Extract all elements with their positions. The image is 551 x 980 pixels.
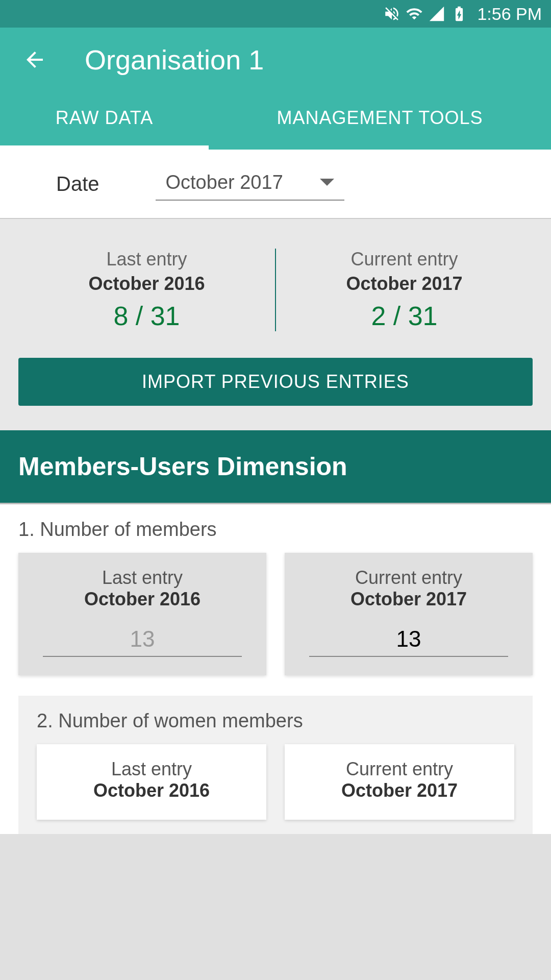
q1-current-label: Current entry xyxy=(355,567,462,589)
section-header: Members-Users Dimension xyxy=(0,430,551,504)
wifi-icon xyxy=(406,5,423,22)
page-title: Organisation 1 xyxy=(85,44,264,76)
back-arrow-icon[interactable] xyxy=(22,47,47,72)
q2-current-date: October 2017 xyxy=(341,780,458,801)
import-previous-button[interactable]: IMPORT PREVIOUS ENTRIES xyxy=(18,358,533,406)
current-entry-count: 2 / 31 xyxy=(371,301,437,331)
current-entry-date: October 2017 xyxy=(346,273,462,295)
question-1-cards: Last entry October 2016 13 Current entry… xyxy=(18,553,533,675)
tabs: RAW DATA MANAGEMENT TOOLS xyxy=(0,91,551,150)
last-entry-label: Last entry xyxy=(106,249,187,270)
date-value: October 2017 xyxy=(166,172,283,193)
current-entry-col: Current entry October 2017 2 / 31 xyxy=(276,249,533,331)
question-1: 1. Number of members Last entry October … xyxy=(0,504,551,834)
entry-summary: Last entry October 2016 8 / 31 Current e… xyxy=(0,219,551,430)
date-dropdown[interactable]: October 2017 xyxy=(156,167,344,201)
status-icons xyxy=(383,5,468,22)
last-entry-col: Last entry October 2016 8 / 31 xyxy=(18,249,275,331)
battery-charging-icon xyxy=(450,5,468,22)
q1-last-value: 13 xyxy=(43,626,242,657)
tab-raw-data[interactable]: RAW DATA xyxy=(0,91,209,150)
q2-current-label: Current entry xyxy=(346,758,453,780)
question-1-title: 1. Number of members xyxy=(18,519,533,541)
signal-icon xyxy=(428,5,445,22)
mute-icon xyxy=(383,5,400,22)
question-2-cards: Last entry October 2016 Current entry Oc… xyxy=(37,744,514,820)
last-entry-date: October 2016 xyxy=(88,273,205,295)
last-entry-count: 8 / 31 xyxy=(113,301,180,331)
entry-row: Last entry October 2016 8 / 31 Current e… xyxy=(18,249,533,331)
q1-last-label: Last entry xyxy=(102,567,183,589)
q1-current-input[interactable] xyxy=(309,626,509,657)
q2-last-entry-card: Last entry October 2016 xyxy=(37,744,266,820)
q2-current-entry-card: Current entry October 2017 xyxy=(285,744,514,820)
question-2-title: 2. Number of women members xyxy=(37,710,514,732)
app-bar-top: Organisation 1 xyxy=(0,28,551,91)
current-entry-label: Current entry xyxy=(350,249,458,270)
chevron-down-icon xyxy=(320,179,334,186)
status-time: 1:56 PM xyxy=(477,4,542,24)
app-bar: Organisation 1 RAW DATA MANAGEMENT TOOLS xyxy=(0,28,551,150)
question-2: 2. Number of women members Last entry Oc… xyxy=(18,696,533,834)
q2-last-date: October 2016 xyxy=(93,780,210,801)
q1-current-entry-card: Current entry October 2017 xyxy=(285,553,533,675)
q1-last-entry-card: Last entry October 2016 13 xyxy=(18,553,266,675)
q1-last-date: October 2016 xyxy=(84,589,201,610)
date-section: Date October 2017 xyxy=(0,150,551,219)
tab-management-tools[interactable]: MANAGEMENT TOOLS xyxy=(209,91,551,150)
q2-last-label: Last entry xyxy=(111,758,192,780)
q1-current-date: October 2017 xyxy=(350,589,467,610)
status-bar: 1:56 PM xyxy=(0,0,551,28)
date-label: Date xyxy=(56,173,99,195)
